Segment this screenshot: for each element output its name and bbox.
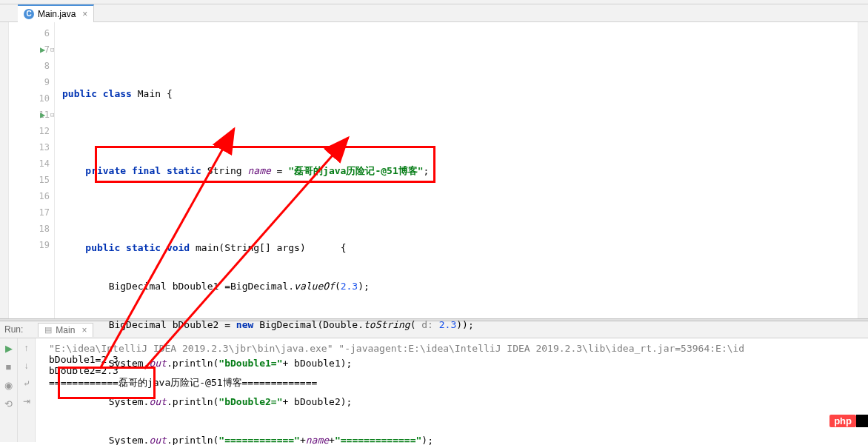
code-editor[interactable]: public class Main { private final static…: [55, 22, 858, 318]
tab-label: Main.java: [38, 9, 76, 19]
java-class-icon: C: [24, 9, 34, 19]
down-icon[interactable]: ↓: [24, 361, 29, 371]
up-icon[interactable]: ↑: [24, 343, 29, 353]
console-output-line: bDouble2=2.3: [49, 365, 118, 376]
exit-icon[interactable]: ⟲: [4, 398, 13, 409]
scrollbar-strip[interactable]: [858, 22, 868, 318]
console-output-line: bDouble1=2.3: [49, 354, 118, 365]
badge-extension: [856, 415, 868, 427]
stop-icon[interactable]: ■: [6, 361, 12, 372]
camera-icon[interactable]: ◉: [4, 380, 13, 391]
tab-main-java[interactable]: C Main.java ×: [18, 4, 94, 22]
run-toolbar-secondary: ↑ ↓ ⤶ ⇥: [18, 338, 36, 442]
run-toolbar-primary: ▶ ■ ◉ ⟲: [0, 338, 18, 442]
wrap-icon[interactable]: ⤶: [23, 378, 30, 389]
scroll-icon[interactable]: ⇥: [23, 396, 30, 406]
fold-icon[interactable]: ⊟: [50, 46, 54, 53]
console-output-line: ============磊哥的java历险记-@51博客============…: [49, 377, 317, 388]
php-badge: php: [829, 415, 856, 427]
editor-area: 6 7▶⊟ 8 9 10 11▶⊟ 12 13 14 15 16 17 18 1…: [0, 22, 868, 318]
fold-icon[interactable]: ⊟: [50, 111, 54, 118]
run-config-icon: ▤: [44, 325, 52, 335]
console-command-line: "E:\idea\IntelliJ IDEA 2019.2.3\jbr\bin\…: [49, 343, 744, 354]
close-icon[interactable]: ×: [82, 9, 87, 19]
console-output[interactable]: "E:\idea\IntelliJ IDEA 2019.2.3\jbr\bin\…: [36, 338, 868, 442]
line-number-gutter: 6 7▶⊟ 8 9 10 11▶⊟ 12 13 14 15 16 17 18 1…: [9, 22, 55, 318]
left-gutter-strip: [0, 22, 9, 318]
run-gutter-icon[interactable]: ▶: [40, 44, 45, 55]
run-label: Run:: [4, 324, 23, 335]
run-panel: Run: ▤ Main × ▶ ■ ◉ ⟲ ↑ ↓ ⤶ ⇥ "E:\idea\I…: [0, 321, 868, 442]
rerun-icon[interactable]: ▶: [5, 343, 13, 354]
editor-tabbar: C Main.java ×: [0, 4, 868, 22]
run-gutter-icon[interactable]: ▶: [40, 110, 45, 120]
